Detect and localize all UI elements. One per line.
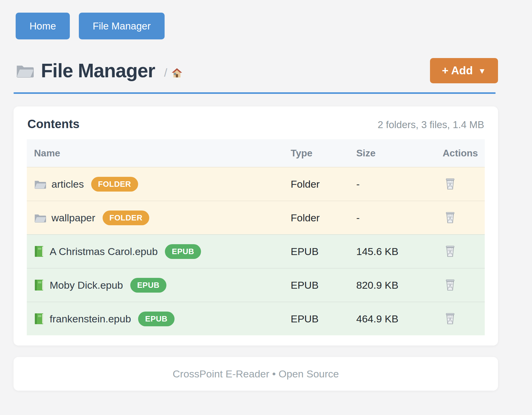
footer: CrossPoint E-Reader • Open Source bbox=[14, 357, 498, 391]
file-size: 820.9 KB bbox=[356, 279, 443, 291]
table-row: articles FOLDER Folder - bbox=[27, 167, 485, 201]
file-size: 145.6 KB bbox=[356, 246, 443, 257]
delete-button[interactable] bbox=[443, 211, 455, 224]
table-row: A Christmas Carol.epub EPUB EPUB 145.6 K… bbox=[27, 234, 485, 268]
column-header-actions: Actions bbox=[443, 148, 485, 159]
contents-summary: 2 folders, 3 files, 1.4 MB bbox=[378, 119, 484, 131]
file-size: - bbox=[356, 178, 443, 190]
trash-icon bbox=[445, 211, 455, 224]
epub-badge: EPUB bbox=[165, 244, 201, 259]
trash-icon bbox=[445, 312, 455, 325]
table-row: frankenstein.epub EPUB EPUB 464.9 KB bbox=[27, 302, 485, 335]
table-row: Moby Dick.epub EPUB EPUB 820.9 KB bbox=[27, 268, 485, 302]
table-header-row: Name Type Size Actions bbox=[27, 139, 485, 167]
page-title: File Manager bbox=[41, 60, 155, 82]
file-type: Folder bbox=[291, 212, 356, 224]
file-table: Name Type Size Actions articles FOLDER bbox=[27, 139, 485, 335]
folder-badge: FOLDER bbox=[91, 177, 138, 192]
contents-title: Contents bbox=[27, 117, 79, 131]
folder-badge: FOLDER bbox=[103, 211, 150, 225]
book-icon bbox=[34, 279, 44, 291]
table-row: wallpaper FOLDER Folder - bbox=[27, 201, 485, 234]
add-button[interactable]: + Add ▼ bbox=[430, 58, 498, 83]
file-name-link[interactable]: A Christmas Carol.epub bbox=[50, 246, 158, 257]
folder-icon bbox=[34, 179, 46, 189]
caret-down-icon: ▼ bbox=[478, 66, 486, 76]
epub-badge: EPUB bbox=[138, 312, 174, 326]
folder-icon bbox=[16, 63, 34, 78]
trash-icon bbox=[445, 279, 455, 292]
epub-badge: EPUB bbox=[130, 278, 166, 293]
contents-header: Contents 2 folders, 3 files, 1.4 MB bbox=[27, 117, 485, 131]
file-type: EPUB bbox=[291, 279, 356, 291]
contents-card: Contents 2 folders, 3 files, 1.4 MB Name… bbox=[14, 106, 498, 346]
file-size: 464.9 KB bbox=[356, 313, 443, 325]
folder-icon bbox=[34, 213, 46, 223]
book-icon bbox=[34, 245, 44, 257]
trash-icon bbox=[445, 178, 455, 191]
file-name-link[interactable]: articles bbox=[51, 178, 84, 190]
home-button[interactable]: Home bbox=[16, 13, 70, 39]
file-name-link[interactable]: Moby Dick.epub bbox=[50, 279, 123, 291]
column-header-type: Type bbox=[291, 148, 356, 159]
top-nav: Home File Manager bbox=[16, 13, 532, 39]
column-header-name: Name bbox=[27, 148, 291, 159]
file-type: EPUB bbox=[291, 246, 356, 257]
book-icon bbox=[34, 313, 44, 325]
delete-button[interactable] bbox=[443, 312, 455, 325]
file-manager-button[interactable]: File Manager bbox=[79, 13, 165, 39]
page-header: File Manager / + Add ▼ bbox=[14, 58, 498, 83]
file-type: Folder bbox=[291, 178, 356, 190]
delete-button[interactable] bbox=[443, 178, 455, 191]
add-button-label: + Add bbox=[442, 64, 473, 77]
delete-button[interactable] bbox=[443, 245, 455, 258]
delete-button[interactable] bbox=[443, 279, 455, 292]
page: Home File Manager File Manager / bbox=[0, 0, 532, 391]
file-name-link[interactable]: frankenstein.epub bbox=[50, 313, 131, 325]
accent-rule bbox=[14, 92, 496, 94]
footer-text: CrossPoint E-Reader • Open Source bbox=[173, 368, 339, 380]
file-type: EPUB bbox=[291, 313, 356, 325]
breadcrumb-separator: / bbox=[164, 66, 167, 79]
column-header-size: Size bbox=[356, 148, 443, 159]
trash-icon bbox=[445, 245, 455, 258]
home-icon[interactable] bbox=[172, 68, 182, 78]
file-size: - bbox=[356, 212, 443, 224]
file-name-link[interactable]: wallpaper bbox=[51, 212, 95, 224]
